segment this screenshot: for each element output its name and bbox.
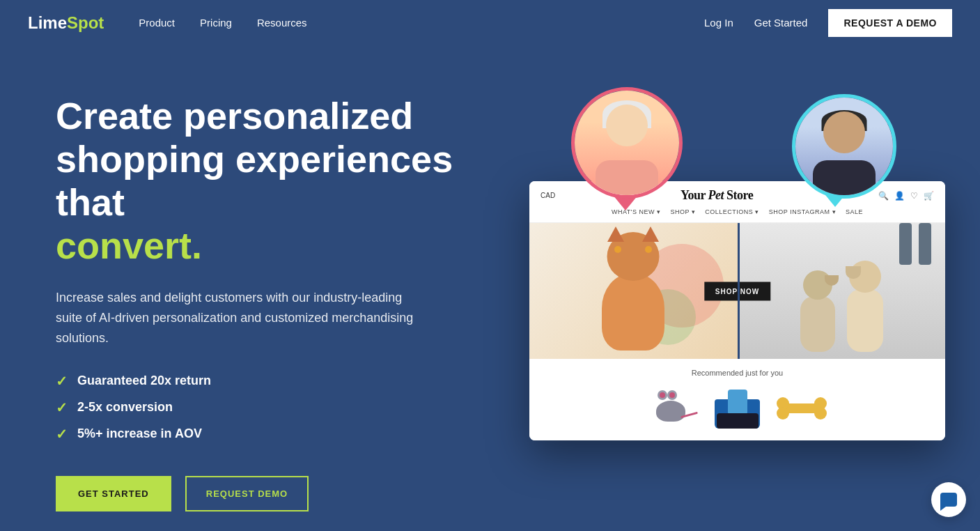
- mockup-divider: [738, 223, 740, 359]
- nav-resources[interactable]: Resources: [257, 17, 307, 29]
- get-started-button[interactable]: GET STARTED: [56, 476, 171, 511]
- nav-links: Product Pricing Resources: [139, 17, 306, 29]
- mock-nav-shop: SHOP ▾: [670, 208, 695, 215]
- nav-pricing[interactable]: Pricing: [200, 17, 232, 29]
- request-demo-button[interactable]: REQUEST DEMO: [185, 476, 309, 511]
- mock-nav-collections: COLLECTIONS ▾: [705, 208, 759, 215]
- litter-box-icon: [711, 388, 763, 429]
- cart-icon: 🛒: [924, 191, 934, 201]
- logo[interactable]: LimeSpot: [28, 13, 104, 33]
- mockup-currency: CAD: [540, 192, 555, 199]
- hero-title-accent: convert.: [56, 224, 202, 266]
- nav-right: Log In Get Started REQUEST A DEMO: [704, 9, 952, 37]
- recs-title: Recommended just for you: [543, 369, 931, 377]
- feature-item-1: ✓ Guaranteed 20x return: [56, 373, 501, 390]
- store-name: Your Pet Store: [680, 188, 753, 203]
- hero-title-line1: Create personalized: [56, 95, 413, 137]
- hero-section: Create personalized shopping experiences…: [0, 45, 980, 531]
- feature-label-1: Guaranteed 20x return: [77, 374, 211, 388]
- hero-title-line2: shopping experiences that: [56, 138, 453, 223]
- feature-item-2: ✓ 2-5x conversion: [56, 399, 501, 416]
- store-mockup: CAD Your Pet Store 🔍 👤 ♡ 🛒 WHAT'S NEW ▾ …: [529, 181, 945, 440]
- chat-bubble-button[interactable]: [931, 482, 966, 517]
- mouse-toy-icon: [649, 389, 698, 427]
- hero-title: Create personalized shopping experiences…: [56, 94, 460, 267]
- logo-spot: Spot: [67, 13, 104, 32]
- hero-subtitle: Increase sales and delight customers wit…: [56, 288, 432, 348]
- check-icon-1: ✓: [56, 373, 68, 390]
- nav-request-demo-button[interactable]: REQUEST A DEMO: [828, 9, 952, 37]
- mockup-nav: WHAT'S NEW ▾ SHOP ▾ COLLECTIONS ▾ SHOP I…: [612, 206, 863, 218]
- bone-icon: [774, 396, 830, 421]
- hero-buttons: GET STARTED REQUEST DEMO: [56, 476, 501, 511]
- feature-label-2: 2-5x conversion: [77, 400, 173, 415]
- avatar-man: [792, 94, 896, 199]
- avatar-woman: [571, 87, 683, 199]
- mockup-main-image: SHOP NOW: [529, 223, 945, 359]
- hero-left: Create personalized shopping experiences…: [56, 87, 501, 511]
- mock-nav-sale: SALE: [846, 208, 863, 215]
- rec-item-litter: [710, 385, 765, 431]
- recs-items: [543, 385, 931, 431]
- wishlist-icon: ♡: [910, 191, 918, 201]
- chat-icon: [940, 493, 957, 507]
- rec-item-mouse: [646, 385, 701, 431]
- mockup-recommendations: Recommended just for you: [529, 359, 945, 440]
- rec-item-bone: [774, 385, 830, 431]
- check-icon-3: ✓: [56, 426, 68, 442]
- hero-right: CAD Your Pet Store 🔍 👤 ♡ 🛒 WHAT'S NEW ▾ …: [515, 87, 952, 531]
- nav-get-started[interactable]: Get Started: [754, 17, 808, 29]
- account-icon: 👤: [894, 191, 905, 201]
- feature-label-3: 5%+ increase in AOV: [77, 426, 202, 441]
- features-list: ✓ Guaranteed 20x return ✓ 2-5x conversio…: [56, 373, 501, 442]
- feature-item-3: ✓ 5%+ increase in AOV: [56, 426, 501, 442]
- mock-nav-instagram: SHOP INSTAGRAM ▾: [769, 208, 836, 215]
- check-icon-2: ✓: [56, 399, 68, 416]
- logo-lime: Lime: [28, 13, 67, 32]
- nav-product[interactable]: Product: [139, 17, 175, 29]
- navbar: LimeSpot Product Pricing Resources Log I…: [0, 0, 980, 45]
- nav-login[interactable]: Log In: [704, 17, 733, 29]
